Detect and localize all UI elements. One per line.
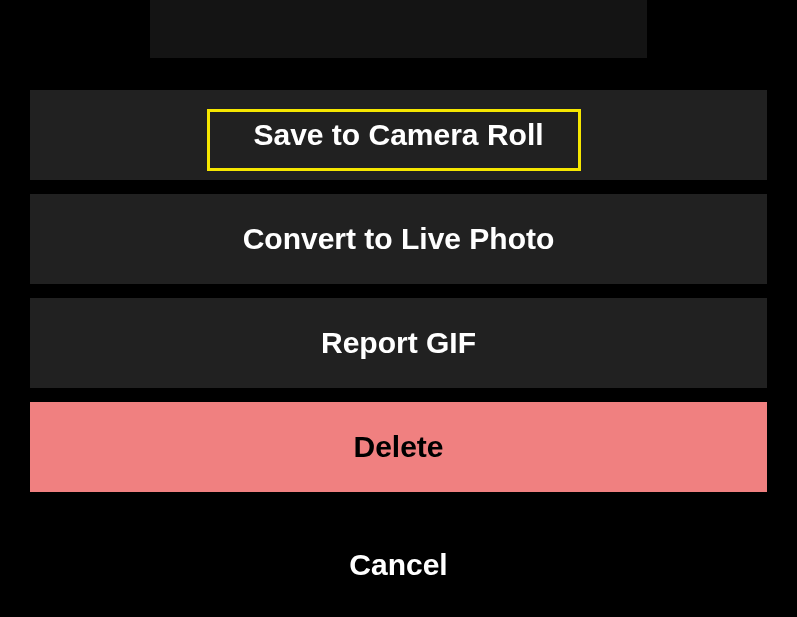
- delete-button[interactable]: Delete: [30, 402, 767, 492]
- save-row-wrapper: Save to Camera Roll: [30, 90, 767, 180]
- report-label: Report GIF: [321, 326, 476, 360]
- preview-area: [150, 0, 647, 58]
- action-sheet: Save to Camera Roll Convert to Live Phot…: [30, 90, 767, 610]
- delete-label: Delete: [353, 430, 443, 464]
- save-label: Save to Camera Roll: [253, 118, 543, 152]
- cancel-label: Cancel: [349, 548, 447, 582]
- save-to-camera-roll-button[interactable]: Save to Camera Roll: [30, 90, 767, 180]
- cancel-button[interactable]: Cancel: [30, 520, 767, 610]
- convert-to-live-photo-button[interactable]: Convert to Live Photo: [30, 194, 767, 284]
- report-gif-button[interactable]: Report GIF: [30, 298, 767, 388]
- convert-label: Convert to Live Photo: [243, 222, 555, 256]
